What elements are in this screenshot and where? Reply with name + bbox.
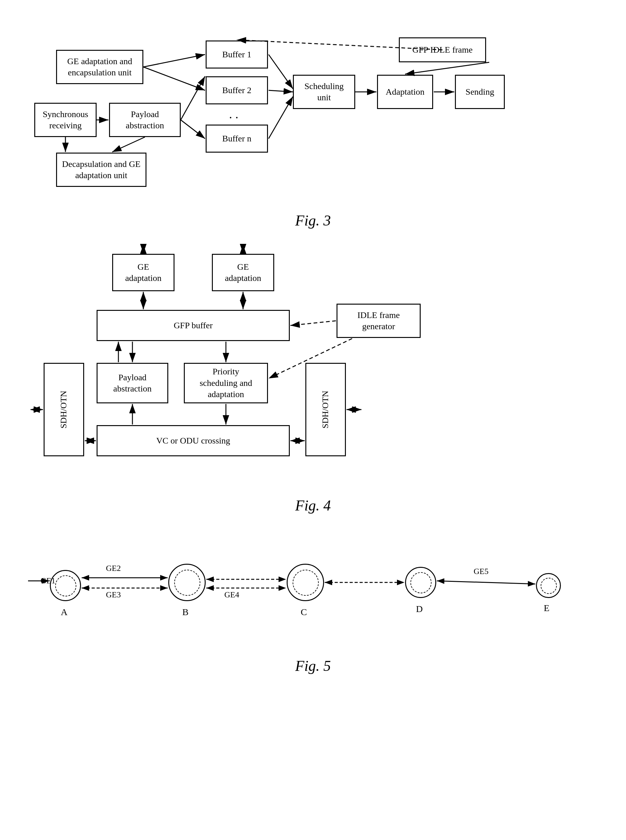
fig5-node-e — [536, 573, 561, 598]
fig5-node-d — [405, 567, 436, 598]
fig3-buf1-box: Buffer 1 — [206, 41, 268, 69]
fig3-caption: Fig. 3 — [25, 212, 601, 229]
fig4-sdh-left-box: SDH/OTN — [44, 363, 84, 456]
fig3-send-box: Sending — [455, 75, 505, 109]
fig3-dots: · · — [229, 111, 238, 124]
fig5-node-b — [168, 564, 206, 601]
fig3-diagram: GE adaptation and encapsulation unit Syn… — [25, 31, 617, 206]
fig4-gfp-buffer-box: GFP buffer — [97, 310, 290, 341]
svg-line-9 — [269, 55, 293, 89]
fig3-buf2-box: Buffer 2 — [206, 76, 268, 105]
fig4-priority-box: Priority scheduling and adaptation — [184, 363, 268, 403]
fig3-sched-box: Scheduling unit — [293, 75, 355, 109]
svg-line-3 — [143, 67, 205, 90]
fig5-diagram: A B C D E GE1 GE2 GE3 GE4 GE5 — [25, 532, 617, 651]
svg-line-8 — [112, 137, 145, 152]
fig4-ge-adapt-right-box: GE adaptation — [212, 254, 274, 291]
fig4-vc-odu-box: VC or ODU crossing — [97, 425, 290, 456]
fig3-decap-box: Decapsulation and GE adaptation unit — [56, 153, 146, 187]
fig5-label-a: A — [61, 607, 67, 617]
fig5-label-d: D — [416, 604, 423, 614]
fig4-payload-abs-box: Payload abstraction — [97, 363, 168, 403]
fig5-link-ge3: GE3 — [106, 590, 121, 600]
fig3-ge-adapt-box: GE adaptation and encapsulation unit — [56, 50, 143, 84]
svg-line-10 — [269, 90, 293, 92]
svg-line-11 — [269, 97, 293, 139]
fig5-link-ge5: GE5 — [474, 567, 488, 576]
fig4-caption: Fig. 4 — [25, 497, 601, 514]
fig3-adapt-box: Adaptation — [377, 75, 433, 109]
page: GE adaptation and encapsulation unit Syn… — [0, 0, 626, 706]
svg-line-15 — [405, 62, 489, 74]
fig5-label-b: B — [182, 607, 188, 617]
fig5-node-c — [287, 564, 324, 601]
fig5-link-ge2: GE2 — [106, 564, 121, 573]
svg-line-5 — [181, 120, 205, 139]
fig5-label-e: E — [544, 603, 549, 613]
svg-line-4 — [181, 76, 205, 120]
fig5-label-c: C — [301, 607, 307, 617]
svg-line-23 — [290, 321, 336, 325]
fig5-caption: Fig. 5 — [25, 657, 601, 674]
fig4-idle-gen-box: IDLE frame generator — [336, 304, 421, 338]
fig5-link-ge4: GE4 — [224, 590, 239, 600]
fig4-sdh-right-box: SDH/OTN — [305, 363, 346, 456]
fig4-diagram: GE adaptation GE adaptation GFP buffer I… — [25, 241, 617, 490]
fig3-gfp-idle-box: GFP IDLE frame — [399, 37, 486, 62]
fig5-node-a — [50, 570, 81, 601]
svg-line-2 — [143, 55, 205, 67]
fig3-sync-box: Synchronous receiving — [34, 103, 97, 137]
fig4-ge-adapt-left-box: GE adaptation — [112, 254, 174, 291]
fig5-link-ge1: GE1 — [41, 576, 55, 586]
fig3-bufn-box: Buffer n — [206, 125, 268, 153]
svg-line-44 — [437, 581, 535, 584]
fig3-payload-abs-box: Payload abstraction — [109, 103, 181, 137]
